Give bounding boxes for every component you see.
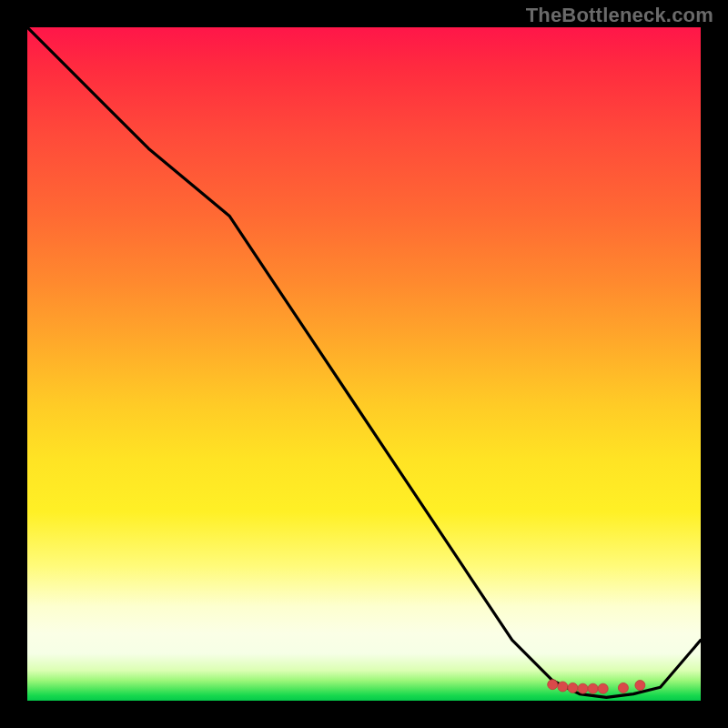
bottleneck-curve [27, 27, 701, 697]
marker-point [635, 681, 645, 691]
marker-point [598, 683, 608, 693]
watermark-label: TheBottleneck.com [526, 4, 713, 27]
marker-point [578, 683, 588, 693]
marker-point [588, 683, 598, 693]
marker-point [618, 682, 628, 693]
marker-point [558, 682, 568, 692]
chart-frame: TheBottleneck.com [0, 0, 728, 728]
optimal-region-markers [548, 680, 645, 694]
marker-point [548, 680, 558, 690]
chart-overlay [27, 27, 701, 701]
marker-point [568, 682, 578, 693]
